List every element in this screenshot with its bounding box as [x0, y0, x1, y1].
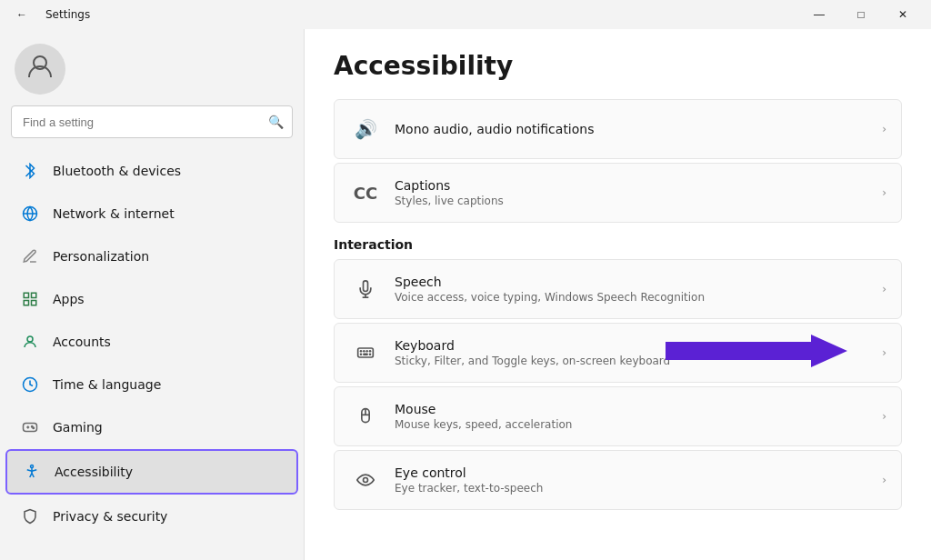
svg-rect-6 [24, 301, 28, 305]
svg-rect-4 [32, 293, 36, 297]
keyboard-item[interactable]: Keyboard Sticky, Filter, and Toggle keys… [334, 323, 902, 383]
svg-point-7 [27, 336, 33, 342]
sidebar-item-privacy[interactable]: Privacy & security [5, 495, 298, 537]
captions-item[interactable]: CC Captions Styles, live captions › [334, 163, 902, 223]
svg-point-14 [31, 465, 34, 468]
svg-point-30 [364, 478, 368, 483]
title-bar-left: ← Settings [7, 0, 90, 29]
eyecontrol-item[interactable]: Eye control Eye tracker, text-to-speech … [334, 450, 902, 510]
close-button[interactable]: ✕ [882, 0, 924, 29]
time-icon [20, 375, 40, 395]
interaction-items: Speech Voice access, voice typing, Windo… [334, 259, 902, 510]
title-bar: ← Settings — □ ✕ [0, 0, 931, 29]
sidebar-item-label: Network & internet [53, 206, 175, 221]
mono-audio-chevron: › [882, 123, 886, 135]
user-icon [25, 52, 55, 87]
eyecontrol-desc: Eye tracker, text-to-speech [395, 482, 875, 495]
speech-title: Speech [395, 275, 875, 289]
captions-chevron: › [882, 186, 886, 199]
speech-icon [349, 273, 382, 305]
privacy-icon [20, 506, 40, 526]
sidebar-item-network[interactable]: Network & internet [5, 193, 298, 235]
sidebar-item-time[interactable]: Time & language [5, 364, 298, 405]
gaming-icon [20, 417, 40, 437]
window-controls: — □ ✕ [798, 0, 924, 29]
interaction-section-label: Interaction [334, 237, 902, 252]
sidebar-item-label: Time & language [53, 377, 161, 392]
sidebar-item-accessibility[interactable]: Accessibility [5, 449, 298, 495]
captions-title: Captions [395, 178, 875, 193]
app-body: 🔍 Bluetooth & devices Network & internet… [0, 29, 931, 560]
maximize-button[interactable]: □ [840, 0, 882, 29]
search-bar[interactable]: 🔍 [11, 105, 293, 138]
sidebar-item-label: Accounts [53, 335, 111, 349]
mouse-desc: Mouse keys, speed, acceleration [395, 418, 875, 431]
search-input[interactable] [11, 105, 293, 138]
user-profile [0, 29, 304, 105]
mouse-chevron: › [882, 410, 886, 423]
main-content: Accessibility 🔊 Mono audio, audio notifi… [305, 29, 931, 560]
sidebar-item-label: Personalization [53, 249, 149, 264]
sidebar-item-label: Apps [53, 292, 85, 306]
eyecontrol-chevron: › [882, 474, 886, 486]
keyboard-title: Keyboard [395, 338, 875, 353]
sidebar-item-label: Gaming [53, 420, 103, 435]
keyboard-icon [349, 336, 382, 369]
speech-item[interactable]: Speech Voice access, voice typing, Windo… [334, 259, 902, 319]
accessibility-icon [22, 462, 42, 482]
sidebar-nav: Bluetooth & devices Network & internet P… [0, 145, 304, 560]
minimize-button[interactable]: — [798, 0, 840, 29]
sidebar-item-accounts[interactable]: Accounts [5, 321, 298, 363]
sidebar-item-apps[interactable]: Apps [5, 278, 298, 320]
accounts-icon [20, 332, 40, 352]
avatar [15, 44, 65, 95]
back-button[interactable]: ← [7, 0, 36, 29]
sidebar-item-label: Bluetooth & devices [53, 164, 181, 178]
captions-desc: Styles, live captions [395, 195, 875, 207]
mouse-title: Mouse [395, 402, 875, 416]
svg-point-13 [33, 427, 35, 429]
speech-chevron: › [882, 283, 886, 295]
sidebar-item-personalization[interactable]: Personalization [5, 235, 298, 277]
svg-rect-3 [24, 293, 28, 297]
keyboard-chevron: › [882, 346, 886, 359]
mono-audio-item[interactable]: 🔊 Mono audio, audio notifications › [334, 99, 902, 159]
bluetooth-icon [20, 161, 40, 181]
mono-audio-title: Mono audio, audio notifications [395, 122, 875, 136]
page-title: Accessibility [334, 51, 902, 81]
sidebar: 🔍 Bluetooth & devices Network & internet… [0, 29, 305, 560]
svg-rect-18 [358, 348, 374, 357]
eyecontrol-title: Eye control [395, 465, 875, 480]
speech-desc: Voice access, voice typing, Windows Spee… [395, 291, 875, 304]
sidebar-item-bluetooth[interactable]: Bluetooth & devices [5, 150, 298, 192]
network-icon [20, 204, 40, 224]
app-title: Settings [45, 8, 90, 21]
captions-icon: CC [349, 176, 382, 209]
mouse-item[interactable]: Mouse Mouse keys, speed, acceleration › [334, 386, 902, 446]
mono-audio-icon: 🔊 [349, 113, 382, 145]
sidebar-item-label: Accessibility [55, 465, 133, 479]
keyboard-desc: Sticky, Filter, and Toggle keys, on-scre… [395, 355, 875, 367]
sidebar-item-gaming[interactable]: Gaming [5, 406, 298, 448]
apps-icon [20, 289, 40, 309]
svg-rect-5 [32, 301, 36, 305]
eyecontrol-icon [349, 464, 382, 496]
mouse-icon [349, 400, 382, 433]
svg-rect-9 [24, 424, 37, 432]
sidebar-item-label: Privacy & security [53, 509, 167, 524]
personalization-icon [20, 246, 40, 266]
